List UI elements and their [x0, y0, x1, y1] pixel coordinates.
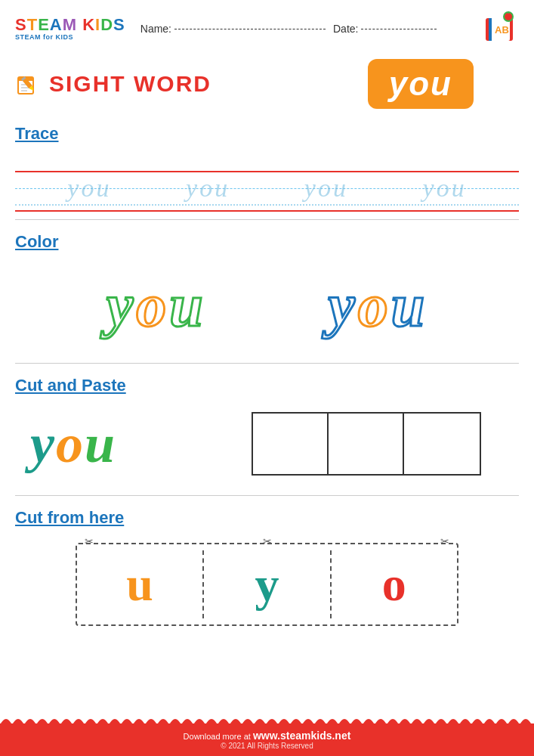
you-badge-text: you — [389, 65, 452, 102]
trace-word-4: you — [423, 174, 467, 203]
cut-paste-section: you — [0, 400, 534, 488]
cut-paste-row: you — [15, 404, 519, 483]
paste-box-3[interactable] — [404, 414, 480, 474]
scallop-decoration — [0, 713, 534, 725]
trace-line-top — [15, 171, 519, 172]
sight-word-section: SIGHT WORD you — [0, 54, 534, 116]
trace-dots-line — [15, 204, 519, 206]
name-date-area: Name: Date: — [140, 23, 472, 35]
paste-box-2[interactable] — [329, 414, 404, 474]
date-line: Date: — [333, 23, 437, 35]
trace-words: you you you you — [15, 174, 519, 203]
cut-letter-u: u — [77, 550, 204, 618]
trace-word-3: you — [304, 174, 348, 203]
abc-book-icon: AB — [480, 9, 519, 48]
color-words-row: you you — [15, 264, 519, 348]
sight-word-title: SIGHT WORD — [49, 71, 211, 97]
date-label: Date: — [333, 23, 358, 35]
cut-letter-y: y — [204, 550, 331, 618]
date-field[interactable] — [361, 29, 437, 29]
footer-download-text: Download more at www.steamkids.net — [6, 730, 528, 742]
cut-from-section: ✂ ✂ ✂ u y o — [0, 532, 534, 637]
footer: Download more at www.steamkids.net © 202… — [0, 723, 534, 756]
svg-point-5 — [505, 13, 512, 20]
cut-letter-o: o — [332, 550, 457, 618]
color-you-2: you — [328, 271, 428, 340]
color-section-header: Color — [0, 228, 534, 256]
trace-line-bottom — [15, 210, 519, 212]
paste-box-1[interactable] — [253, 414, 329, 474]
header: STEAM KIDS STEAM for KIDS Name: Date: AB — [0, 0, 534, 54]
name-label: Name: — [140, 23, 171, 35]
name-line: Name: — [140, 23, 326, 35]
svg-rect-2 — [489, 18, 492, 41]
divider-2 — [15, 363, 519, 364]
logo-steam: STEAM KIDS — [15, 17, 125, 33]
footer-copyright: © 2021 All Rights Reserved — [6, 742, 528, 750]
cut-area: ✂ ✂ ✂ u y o — [76, 543, 458, 626]
color-section: you you — [0, 256, 534, 355]
svg-text:AB: AB — [495, 24, 509, 36]
trace-area: you you you you — [15, 151, 519, 212]
paste-boxes — [252, 412, 481, 476]
trace-word-1: you — [67, 174, 111, 203]
scissors-right-icon: ✂ — [440, 535, 449, 547]
logo-subtitle: STEAM for KIDS — [15, 33, 125, 41]
you-badge: you — [368, 59, 474, 109]
cut-paste-section-header: Cut and Paste — [0, 371, 534, 400]
scissors-left-icon: ✂ — [85, 535, 94, 547]
trace-word-2: you — [186, 174, 230, 203]
name-field[interactable] — [174, 29, 326, 29]
big-you-word: you — [30, 413, 116, 476]
cut-from-section-header: Cut from here — [0, 503, 534, 532]
divider-3 — [15, 495, 519, 496]
divider-1 — [15, 219, 519, 220]
trace-section-header: Trace — [0, 119, 534, 148]
scissors-mid-icon: ✂ — [263, 535, 272, 547]
color-you-1: you — [106, 271, 206, 340]
pencil-icon — [15, 71, 42, 98]
footer-url: www.steamkids.net — [253, 730, 350, 742]
logo-area: STEAM KIDS STEAM for KIDS — [15, 17, 125, 41]
